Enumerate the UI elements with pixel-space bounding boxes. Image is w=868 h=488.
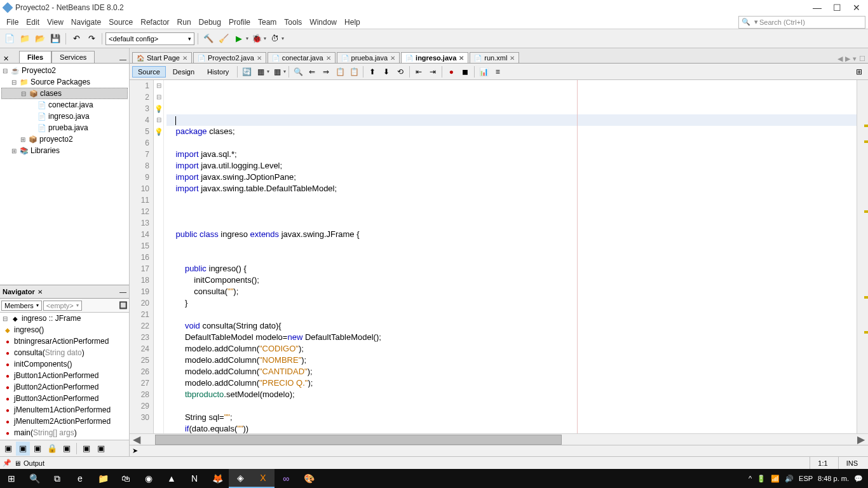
nav-btn-6[interactable]: ▣: [79, 442, 93, 456]
et-icon[interactable]: 🔍: [292, 65, 304, 78]
code-line[interactable]: DefaultTableModel modelo=new DefaultTabl…: [166, 332, 857, 343]
et-icon[interactable]: ⇥: [426, 65, 439, 78]
et-icon[interactable]: ⇒: [320, 65, 332, 78]
code-line[interactable]: }: [166, 297, 857, 309]
design-button[interactable]: Design: [167, 66, 200, 78]
code-line[interactable]: [166, 194, 857, 206]
filter-icon[interactable]: 🔲: [119, 301, 128, 309]
breadcrumb[interactable]: ➤: [130, 445, 868, 456]
close-tab-icon[interactable]: ✕: [326, 55, 331, 62]
et-icon[interactable]: 📋: [334, 65, 346, 78]
code-line[interactable]: modelo.addColumn("CANTIDAD");: [166, 366, 857, 377]
nav-item[interactable]: btningresarActionPerformed: [14, 337, 109, 346]
nav-item[interactable]: jMenuItem2ActionPerformed: [14, 417, 111, 426]
tree-file-prueba[interactable]: prueba.java: [48, 123, 88, 132]
nav-btn-4[interactable]: 🔒: [45, 442, 59, 456]
code-line[interactable]: import java.util.logging.Level;: [166, 160, 857, 172]
code-editor[interactable]: 1234567891011121314151617181920212223242…: [130, 80, 868, 433]
et-icon[interactable]: ⟲: [394, 65, 407, 78]
close-tab-icon[interactable]: ✕: [510, 55, 515, 62]
tree-package-proyecto2[interactable]: proyecto2: [39, 135, 73, 144]
open-button[interactable]: 📂: [33, 32, 47, 46]
split-icon[interactable]: ⊞: [853, 65, 865, 78]
minimize-icon[interactable]: —: [119, 55, 126, 63]
source-button[interactable]: Source: [132, 66, 166, 78]
editor-tab[interactable]: 📄Proyecto2.java✕: [193, 52, 266, 63]
et-icon[interactable]: 📊: [477, 65, 490, 78]
code-line[interactable]: if(dato.equals("")): [166, 423, 857, 433]
vertical-scrollbar[interactable]: [857, 80, 868, 433]
et-icon[interactable]: ⇐: [306, 65, 318, 78]
battery-icon[interactable]: 🔋: [757, 475, 766, 483]
clean-build-button[interactable]: 🧹: [217, 32, 231, 46]
et-icon[interactable]: ⬆: [366, 65, 379, 78]
new-project-button[interactable]: 📁: [18, 32, 32, 46]
search-button[interactable]: 🔍: [23, 469, 46, 488]
project-tree[interactable]: ⊟☕Proyecto2 ⊟📁Source Packages ⊟📦clases 📄…: [0, 64, 129, 285]
et-icon[interactable]: ≡: [491, 65, 504, 78]
close-tab-icon[interactable]: ✕: [390, 55, 395, 62]
tree-file-conectar[interactable]: conectar.java: [48, 100, 93, 109]
code-line[interactable]: import javax.swing.table.DefaultTableMod…: [166, 183, 857, 194]
code-line[interactable]: modelo.addColumn("PRECIO Q.");: [166, 377, 857, 389]
system-tray[interactable]: ^ 🔋 📶 🔊 ESP 8:48 p. m. 💬: [749, 475, 868, 483]
members-combo[interactable]: Members▾: [1, 301, 42, 311]
save-all-button[interactable]: 💾: [48, 32, 62, 46]
code-line[interactable]: initComponents();: [166, 274, 857, 286]
menu-navigate[interactable]: Navigate: [67, 17, 105, 28]
code-line[interactable]: tbproducto.setModel(modelo);: [166, 389, 857, 400]
xampp-icon[interactable]: X: [252, 469, 275, 488]
menu-view[interactable]: View: [43, 17, 67, 28]
store-icon[interactable]: 🛍: [114, 469, 137, 488]
navigator-tree[interactable]: ⊟◆ingreso :: JFrame ◆ingreso() ●btningre…: [0, 313, 129, 440]
firefox-icon[interactable]: 🦊: [206, 469, 229, 488]
code-line[interactable]: [166, 137, 857, 149]
et-icon[interactable]: ▦: [271, 65, 283, 78]
code-line[interactable]: package clases;: [166, 126, 857, 137]
code-line[interactable]: consulta("");: [166, 286, 857, 297]
build-button[interactable]: 🔨: [201, 32, 215, 46]
code-line[interactable]: [166, 240, 857, 252]
netbeans-task-icon[interactable]: ◈: [229, 469, 252, 488]
code-line[interactable]: public class ingreso extends javax.swing…: [166, 229, 857, 240]
et-icon[interactable]: 🔄: [240, 65, 253, 78]
code-line[interactable]: modelo.addColumn("CODIGO");: [166, 343, 857, 355]
editor-tab[interactable]: 📄run.xml✕: [470, 52, 519, 63]
close-tab-icon[interactable]: ✕: [257, 55, 262, 62]
tree-libraries[interactable]: Libraries: [31, 146, 60, 155]
nav-item[interactable]: initComponents(): [14, 360, 72, 369]
empty-combo[interactable]: <empty>▾: [43, 301, 82, 311]
navigator-close-icon[interactable]: ✕: [37, 288, 43, 295]
code-line[interactable]: [166, 252, 857, 263]
close-tab-icon[interactable]: ✕: [182, 55, 187, 62]
output-bar[interactable]: 📌 🖥 Output 1:1 INS: [0, 456, 868, 469]
run-button[interactable]: ▶: [232, 32, 246, 46]
editor-tab[interactable]: 📄conectar.java✕: [268, 52, 336, 63]
maximize-button[interactable]: ☐: [833, 3, 841, 13]
nav-btn-3[interactable]: ▣: [31, 442, 44, 456]
et-icon[interactable]: ◼: [459, 65, 471, 78]
navigator-min-icon[interactable]: —: [119, 288, 126, 295]
projects-close-icon[interactable]: ✕: [3, 55, 9, 63]
menu-refactor[interactable]: Refactor: [137, 17, 173, 28]
nav-item[interactable]: jButton3ActionPerformed: [14, 394, 98, 403]
edge-icon[interactable]: e: [69, 469, 92, 488]
chrome-icon[interactable]: ◉: [137, 469, 160, 488]
code-line[interactable]: modelo.addColumn("NOMBRE");: [166, 355, 857, 366]
tray-chevron-icon[interactable]: ^: [749, 475, 752, 482]
nav-btn-1[interactable]: ▣: [1, 442, 15, 456]
profile-button[interactable]: ⏱: [268, 32, 281, 46]
nav-item[interactable]: jButton2ActionPerformed: [14, 383, 98, 391]
tab-services[interactable]: Services: [51, 51, 95, 63]
tab-next-icon[interactable]: ▶: [845, 55, 850, 63]
nav-btn-5[interactable]: ▣: [60, 442, 74, 456]
menu-profile[interactable]: Profile: [225, 17, 254, 28]
nav-btn-2[interactable]: ▣: [16, 442, 30, 456]
menu-help[interactable]: Help: [341, 17, 364, 28]
tree-package-clases[interactable]: clases: [40, 89, 62, 98]
menu-window[interactable]: Window: [306, 17, 341, 28]
code-line[interactable]: [166, 217, 857, 229]
volume-icon[interactable]: 🔊: [785, 475, 794, 483]
wifi-icon[interactable]: 📶: [771, 475, 780, 483]
pin-icon[interactable]: 📌: [3, 459, 11, 467]
